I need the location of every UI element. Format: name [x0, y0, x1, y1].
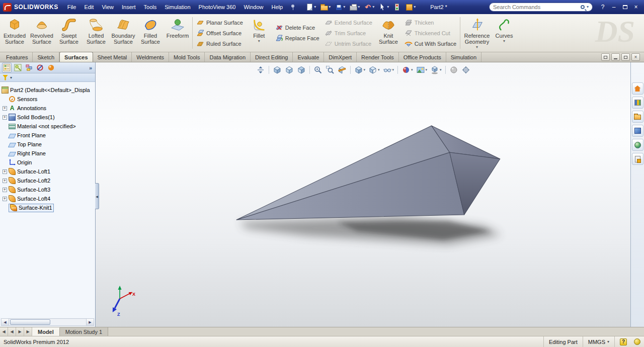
units-selector[interactable]: MMGS▾: [583, 336, 614, 347]
expand-toggle[interactable]: +: [3, 197, 7, 201]
expand-toggle[interactable]: +: [3, 169, 7, 174]
new-document-button[interactable]: ▾: [304, 2, 317, 13]
tab-features[interactable]: Features: [2, 52, 33, 62]
print-button[interactable]: ▾: [348, 2, 361, 13]
extruded-surface-button[interactable]: Extruded Surface: [1, 15, 28, 51]
save-button[interactable]: ▾: [333, 2, 347, 13]
task-pane-file-explorer-button[interactable]: [632, 111, 643, 123]
maximize-button[interactable]: [620, 3, 630, 12]
tab-data-migration[interactable]: Data Migration: [205, 52, 251, 62]
scrollbar-track[interactable]: [9, 319, 86, 325]
tab-render-tools[interactable]: Render Tools: [357, 52, 399, 62]
view-settings-button[interactable]: ▾: [430, 65, 442, 75]
tree-item-sensors[interactable]: Sensors: [2, 95, 95, 104]
expand-toggle[interactable]: +: [3, 115, 7, 120]
search-scope-caret[interactable]: ▾: [587, 5, 589, 9]
tree-item-right-plane[interactable]: Right Plane: [2, 149, 95, 158]
display-style-button[interactable]: ▾: [368, 65, 380, 75]
ruled-surface-button[interactable]: Ruled Surface: [196, 39, 243, 48]
doc-restore-button[interactable]: [621, 53, 630, 61]
tree-item-material[interactable]: Material <not specified>: [2, 122, 95, 131]
status-help-icon[interactable]: ?: [620, 338, 627, 345]
expand-toggle[interactable]: +: [3, 106, 7, 111]
freeform-button[interactable]: Freeform: [164, 15, 191, 51]
help-button[interactable]: ?: [598, 3, 608, 12]
lofted-surface-button[interactable]: Lofted Surface: [83, 15, 110, 51]
dimxpertmanager-tab[interactable]: [35, 63, 45, 72]
extend-surface-button[interactable]: Extend Surface: [325, 18, 372, 27]
menu-help[interactable]: Help: [268, 0, 287, 14]
zoom-fit-button[interactable]: [255, 65, 265, 75]
view-cube-top-button[interactable]: [296, 65, 306, 75]
tree-root[interactable]: Part2 (Default<<Default>_Displa: [2, 85, 95, 95]
tab-dimxpert[interactable]: DimXpert: [324, 52, 357, 62]
select-button[interactable]: ▾: [377, 2, 390, 13]
tab-weldments[interactable]: Weldments: [132, 52, 169, 62]
menu-edit[interactable]: Edit: [80, 0, 98, 14]
hide-show-items-button[interactable]: ▾: [382, 65, 394, 75]
curves-button[interactable]: Curves ▾: [493, 15, 516, 51]
zoom-area-button[interactable]: [325, 65, 335, 75]
first-tab-button[interactable]: ◀: [0, 327, 8, 336]
model-tab[interactable]: Model: [32, 327, 60, 336]
surface-model[interactable]: [236, 126, 500, 220]
task-pane-appearances-button[interactable]: [632, 139, 643, 151]
tab-surfaces[interactable]: Surfaces: [59, 52, 93, 62]
menu-tools[interactable]: Tools: [140, 0, 161, 14]
panel-horizontal-scrollbar[interactable]: ◀ ▶: [1, 318, 94, 326]
boundary-surface-button[interactable]: Boundary Surface: [110, 15, 137, 51]
menu-file[interactable]: File: [63, 0, 80, 14]
propertymanager-tab[interactable]: [13, 63, 23, 72]
tree-item-surface-loft3[interactable]: + Surface-Loft3: [2, 185, 95, 194]
view-cube-iso-button[interactable]: [284, 65, 294, 75]
apply-scene-button[interactable]: ▾: [416, 65, 428, 75]
cut-with-surface-button[interactable]: Cut With Surface: [405, 39, 456, 48]
options-button[interactable]: ▾: [404, 2, 417, 13]
swept-surface-button[interactable]: Swept Surface: [55, 15, 83, 51]
model-scene[interactable]: X Z: [96, 62, 630, 327]
quick-tips-icon[interactable]: [634, 338, 640, 345]
delete-face-button[interactable]: Delete Face: [275, 23, 319, 32]
tree-item-annotations[interactable]: + A Annotations: [2, 104, 95, 113]
configurationmanager-tab[interactable]: [24, 63, 34, 72]
revolved-surface-button[interactable]: Revolved Surface: [28, 15, 55, 51]
planar-surface-button[interactable]: Planar Surface: [196, 18, 243, 27]
thickened-cut-button[interactable]: Thickened Cut: [405, 29, 456, 38]
tree-item-surface-loft2[interactable]: + Surface-Loft2: [2, 176, 95, 185]
menu-window[interactable]: Window: [239, 0, 267, 14]
task-pane-view-palette-button[interactable]: [632, 125, 643, 137]
tree-item-surface-loft4[interactable]: + Surface-Loft4: [2, 194, 95, 203]
scroll-right-button[interactable]: ▶: [86, 319, 94, 325]
filter-funnel-icon[interactable]: [3, 75, 8, 80]
tab-sketch[interactable]: Sketch: [33, 52, 59, 62]
knit-surface-button[interactable]: Knit Surface: [375, 15, 402, 51]
search-box[interactable]: ▾: [489, 3, 593, 12]
featuremanager-tab[interactable]: [2, 63, 12, 72]
view-orientation-button[interactable]: ▾: [353, 65, 366, 75]
section-view-button[interactable]: [337, 65, 347, 75]
last-tab-button[interactable]: ▶: [24, 327, 32, 336]
thicken-button[interactable]: Thicken: [405, 18, 456, 27]
expand-toggle[interactable]: +: [3, 179, 7, 183]
tree-item-solid-bodies[interactable]: + Solid Bodies(1): [2, 113, 95, 122]
tree-item-surface-loft1[interactable]: + Surface-Loft1: [2, 167, 95, 176]
replace-face-button[interactable]: Replace Face: [275, 34, 319, 43]
tab-simulation[interactable]: Simulation: [446, 52, 481, 62]
pin-menu-icon[interactable]: [290, 4, 296, 10]
tab-evaluate[interactable]: Evaluate: [293, 52, 324, 62]
menu-photoview[interactable]: PhotoView 360: [195, 0, 240, 14]
displaymanager-tab[interactable]: [46, 63, 56, 72]
tree-item-origin[interactable]: Origin: [2, 158, 95, 167]
task-pane-custom-properties-button[interactable]: [632, 153, 643, 165]
close-button[interactable]: ×: [631, 3, 641, 12]
filled-surface-button[interactable]: Filled Surface: [137, 15, 164, 51]
search-icon[interactable]: [581, 5, 585, 9]
task-pane-design-library-button[interactable]: [632, 97, 643, 109]
expand-toggle[interactable]: +: [3, 188, 7, 192]
zoom-in-button[interactable]: [312, 65, 323, 75]
tab-sheet-metal[interactable]: Sheet Metal: [93, 52, 132, 62]
offset-surface-button[interactable]: Offset Surface: [196, 29, 243, 38]
previous-tab-button[interactable]: ◀: [8, 327, 16, 336]
search-input[interactable]: [493, 4, 579, 10]
rebuild-button[interactable]: [391, 2, 403, 13]
